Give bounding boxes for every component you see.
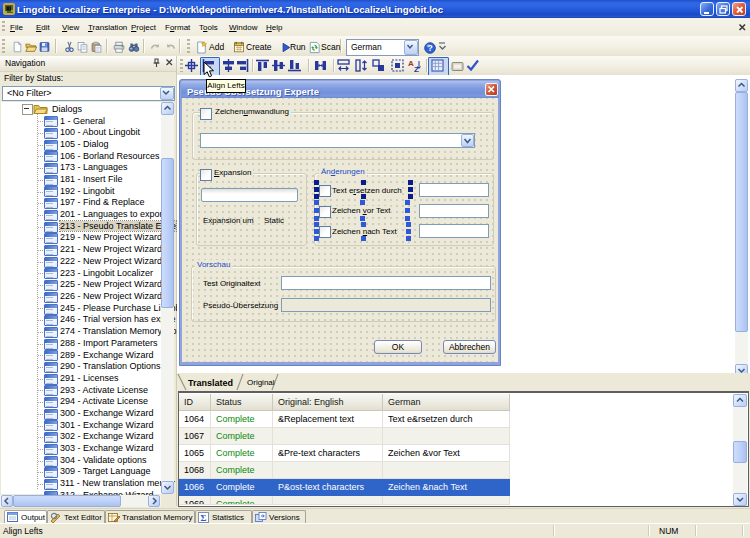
- svg-text:Σ: Σ: [201, 513, 207, 523]
- svg-text:?: ?: [427, 43, 432, 53]
- svg-text:Z: Z: [414, 65, 419, 73]
